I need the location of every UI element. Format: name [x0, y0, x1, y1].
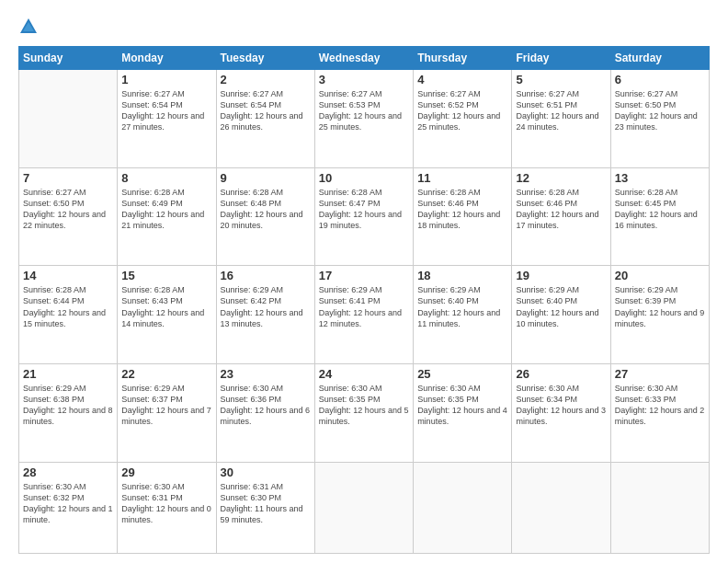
calendar-cell	[19, 70, 118, 168]
day-info: Sunrise: 6:30 AMSunset: 6:35 PMDaylight:…	[319, 383, 409, 428]
day-info: Sunrise: 6:29 AMSunset: 6:39 PMDaylight:…	[615, 284, 705, 329]
calendar-cell: 6Sunrise: 6:27 AMSunset: 6:50 PMDaylight…	[610, 70, 709, 168]
calendar-cell: 29Sunrise: 6:30 AMSunset: 6:31 PMDayligh…	[118, 462, 216, 553]
day-number: 1	[121, 73, 211, 86]
day-number: 5	[516, 73, 606, 86]
col-header-thursday: Thursday	[414, 47, 512, 70]
calendar-cell: 30Sunrise: 6:31 AMSunset: 6:30 PMDayligh…	[216, 462, 314, 553]
calendar-cell: 16Sunrise: 6:29 AMSunset: 6:42 PMDayligh…	[216, 266, 314, 364]
day-number: 14	[23, 269, 113, 282]
day-number: 11	[417, 171, 507, 185]
calendar-cell	[610, 462, 709, 553]
day-number: 23	[221, 367, 311, 381]
day-info: Sunrise: 6:28 AMSunset: 6:43 PMDaylight:…	[121, 284, 211, 329]
calendar-cell: 15Sunrise: 6:28 AMSunset: 6:43 PMDayligh…	[118, 266, 216, 364]
day-number: 19	[516, 269, 606, 282]
logo-icon	[18, 17, 39, 37]
day-number: 18	[417, 269, 507, 282]
calendar-table: SundayMondayTuesdayWednesdayThursdayFrid…	[18, 46, 710, 554]
day-info: Sunrise: 6:27 AMSunset: 6:50 PMDaylight:…	[615, 88, 705, 133]
calendar-cell	[414, 462, 512, 553]
calendar-cell: 10Sunrise: 6:28 AMSunset: 6:47 PMDayligh…	[314, 167, 413, 266]
calendar-week-row: 21Sunrise: 6:29 AMSunset: 6:38 PMDayligh…	[19, 364, 710, 463]
day-number: 27	[615, 367, 705, 381]
day-number: 16	[221, 269, 311, 282]
page: SundayMondayTuesdayWednesdayThursdayFrid…	[0, 0, 728, 563]
calendar-week-row: 28Sunrise: 6:30 AMSunset: 6:32 PMDayligh…	[19, 462, 710, 553]
day-number: 2	[221, 73, 311, 86]
day-number: 15	[121, 269, 211, 282]
calendar-cell: 3Sunrise: 6:27 AMSunset: 6:53 PMDaylight…	[314, 70, 413, 168]
day-number: 26	[516, 367, 606, 381]
calendar-cell: 21Sunrise: 6:29 AMSunset: 6:38 PMDayligh…	[19, 364, 118, 463]
day-number: 7	[23, 171, 113, 185]
calendar-cell: 1Sunrise: 6:27 AMSunset: 6:54 PMDaylight…	[118, 70, 216, 168]
day-info: Sunrise: 6:28 AMSunset: 6:44 PMDaylight:…	[23, 284, 113, 329]
calendar-cell: 24Sunrise: 6:30 AMSunset: 6:35 PMDayligh…	[314, 364, 413, 463]
day-info: Sunrise: 6:27 AMSunset: 6:50 PMDaylight:…	[23, 187, 113, 232]
calendar-cell: 2Sunrise: 6:27 AMSunset: 6:54 PMDaylight…	[216, 70, 314, 168]
calendar-header-row: SundayMondayTuesdayWednesdayThursdayFrid…	[19, 47, 710, 70]
col-header-monday: Monday	[118, 47, 216, 70]
calendar-cell: 17Sunrise: 6:29 AMSunset: 6:41 PMDayligh…	[314, 266, 413, 364]
day-number: 24	[319, 367, 409, 381]
day-number: 30	[221, 465, 311, 479]
day-info: Sunrise: 6:27 AMSunset: 6:53 PMDaylight:…	[319, 88, 409, 133]
calendar-cell: 23Sunrise: 6:30 AMSunset: 6:36 PMDayligh…	[216, 364, 314, 463]
day-info: Sunrise: 6:30 AMSunset: 6:33 PMDaylight:…	[615, 383, 705, 428]
day-number: 29	[121, 465, 211, 479]
calendar-cell: 27Sunrise: 6:30 AMSunset: 6:33 PMDayligh…	[610, 364, 709, 463]
col-header-saturday: Saturday	[610, 47, 709, 70]
day-info: Sunrise: 6:28 AMSunset: 6:49 PMDaylight:…	[121, 187, 211, 232]
day-number: 12	[516, 171, 606, 185]
day-info: Sunrise: 6:30 AMSunset: 6:32 PMDaylight:…	[23, 481, 113, 526]
day-info: Sunrise: 6:28 AMSunset: 6:45 PMDaylight:…	[615, 187, 705, 232]
calendar-cell: 19Sunrise: 6:29 AMSunset: 6:40 PMDayligh…	[512, 266, 610, 364]
day-number: 21	[23, 367, 113, 381]
day-number: 20	[615, 269, 705, 282]
day-info: Sunrise: 6:28 AMSunset: 6:46 PMDaylight:…	[417, 187, 507, 232]
day-info: Sunrise: 6:29 AMSunset: 6:41 PMDaylight:…	[319, 284, 409, 329]
day-number: 10	[319, 171, 409, 185]
day-info: Sunrise: 6:27 AMSunset: 6:54 PMDaylight:…	[221, 88, 311, 133]
day-info: Sunrise: 6:27 AMSunset: 6:51 PMDaylight:…	[516, 88, 606, 133]
calendar-cell: 11Sunrise: 6:28 AMSunset: 6:46 PMDayligh…	[414, 167, 512, 266]
calendar-cell: 14Sunrise: 6:28 AMSunset: 6:44 PMDayligh…	[19, 266, 118, 364]
day-number: 13	[615, 171, 705, 185]
calendar-week-row: 1Sunrise: 6:27 AMSunset: 6:54 PMDaylight…	[19, 70, 710, 168]
day-info: Sunrise: 6:30 AMSunset: 6:35 PMDaylight:…	[417, 383, 507, 428]
calendar-cell	[314, 462, 413, 553]
day-info: Sunrise: 6:28 AMSunset: 6:48 PMDaylight:…	[221, 187, 311, 232]
calendar-week-row: 14Sunrise: 6:28 AMSunset: 6:44 PMDayligh…	[19, 266, 710, 364]
day-info: Sunrise: 6:30 AMSunset: 6:31 PMDaylight:…	[121, 481, 211, 526]
calendar-cell: 18Sunrise: 6:29 AMSunset: 6:40 PMDayligh…	[414, 266, 512, 364]
day-info: Sunrise: 6:29 AMSunset: 6:40 PMDaylight:…	[417, 284, 507, 329]
day-info: Sunrise: 6:27 AMSunset: 6:52 PMDaylight:…	[417, 88, 507, 133]
calendar-cell: 28Sunrise: 6:30 AMSunset: 6:32 PMDayligh…	[19, 462, 118, 553]
day-info: Sunrise: 6:28 AMSunset: 6:46 PMDaylight:…	[516, 187, 606, 232]
day-info: Sunrise: 6:30 AMSunset: 6:34 PMDaylight:…	[516, 383, 606, 428]
calendar-cell: 8Sunrise: 6:28 AMSunset: 6:49 PMDaylight…	[118, 167, 216, 266]
day-info: Sunrise: 6:27 AMSunset: 6:54 PMDaylight:…	[121, 88, 211, 133]
calendar-cell: 13Sunrise: 6:28 AMSunset: 6:45 PMDayligh…	[610, 167, 709, 266]
calendar-cell: 4Sunrise: 6:27 AMSunset: 6:52 PMDaylight…	[414, 70, 512, 168]
calendar-cell: 5Sunrise: 6:27 AMSunset: 6:51 PMDaylight…	[512, 70, 610, 168]
day-info: Sunrise: 6:31 AMSunset: 6:30 PMDaylight:…	[221, 481, 311, 526]
calendar-cell: 7Sunrise: 6:27 AMSunset: 6:50 PMDaylight…	[19, 167, 118, 266]
day-number: 25	[417, 367, 507, 381]
calendar-cell: 26Sunrise: 6:30 AMSunset: 6:34 PMDayligh…	[512, 364, 610, 463]
day-info: Sunrise: 6:28 AMSunset: 6:47 PMDaylight:…	[319, 187, 409, 232]
day-number: 28	[23, 465, 113, 479]
day-info: Sunrise: 6:29 AMSunset: 6:42 PMDaylight:…	[221, 284, 311, 329]
day-number: 6	[615, 73, 705, 86]
calendar-week-row: 7Sunrise: 6:27 AMSunset: 6:50 PMDaylight…	[19, 167, 710, 266]
day-info: Sunrise: 6:30 AMSunset: 6:36 PMDaylight:…	[221, 383, 311, 428]
day-number: 8	[121, 171, 211, 185]
col-header-friday: Friday	[512, 47, 610, 70]
day-number: 9	[221, 171, 311, 185]
day-info: Sunrise: 6:29 AMSunset: 6:38 PMDaylight:…	[23, 383, 113, 428]
col-header-wednesday: Wednesday	[314, 47, 413, 70]
calendar-cell: 9Sunrise: 6:28 AMSunset: 6:48 PMDaylight…	[216, 167, 314, 266]
day-info: Sunrise: 6:29 AMSunset: 6:40 PMDaylight:…	[516, 284, 606, 329]
calendar-cell: 22Sunrise: 6:29 AMSunset: 6:37 PMDayligh…	[118, 364, 216, 463]
